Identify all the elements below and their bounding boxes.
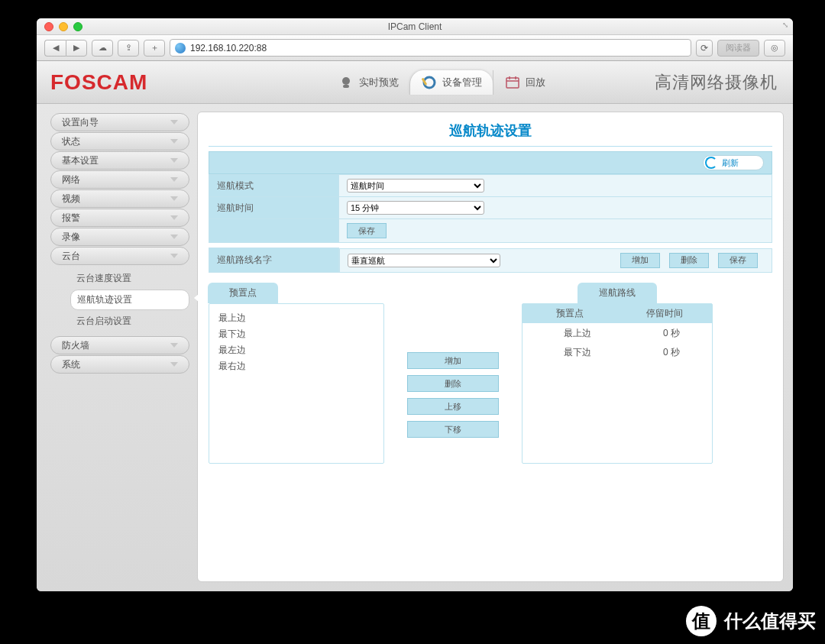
route-cell-stay: 0 秒 <box>632 325 710 342</box>
reload-button[interactable]: ⟳ <box>696 40 713 57</box>
route-panel: 预置点 停留时间 最上边0 秒 最下边0 秒 <box>522 303 713 464</box>
cruise-form: 巡航模式 巡航时间 巡航时间 15 分钟 保存 <box>209 174 772 243</box>
refresh-button[interactable]: 刷新 <box>703 155 764 170</box>
watermark-badge: 值 <box>686 606 717 636</box>
sub-item-speed[interactable]: 云台速度设置 <box>70 269 189 288</box>
route-cell-preset: 最下边 <box>524 344 631 361</box>
sidebar-item-video[interactable]: 视频 <box>50 189 189 208</box>
sidebar-item-system[interactable]: 系统 <box>50 355 189 374</box>
route-select[interactable]: 垂直巡航 <box>348 254 500 267</box>
gear-icon <box>421 75 438 90</box>
preset-item[interactable]: 最上边 <box>218 310 374 326</box>
add-preset-button[interactable]: 增加 <box>407 352 499 369</box>
refresh-bar: 刷新 <box>209 151 772 174</box>
nav-tabs: 实时预览 设备管理 回放 <box>327 70 556 95</box>
chevron-down-icon <box>170 196 178 201</box>
back-button[interactable]: ◀ <box>44 40 66 57</box>
share-button[interactable]: ⇪ <box>118 40 139 57</box>
tab-playback-label: 回放 <box>526 76 545 89</box>
route-row[interactable]: 最下边0 秒 <box>524 344 710 361</box>
add-button[interactable]: ＋ <box>144 40 165 57</box>
time-select[interactable]: 15 分钟 <box>347 201 484 215</box>
forward-button[interactable]: ▶ <box>66 40 87 57</box>
sidebar-item-network[interactable]: 网络 <box>50 170 189 189</box>
chevron-down-icon <box>170 254 178 258</box>
app-body: 设置向导 状态 基本设置 网络 视频 报警 录像 云台 云台速度设置 巡航轨迹设… <box>37 104 793 591</box>
ptz-sub-items: 云台速度设置 巡航轨迹设置 云台启动设置 <box>50 266 189 335</box>
sidebar-label: 基本设置 <box>62 154 99 167</box>
settings-button[interactable]: ◎ <box>764 40 785 57</box>
sidebar-label: 状态 <box>62 135 80 148</box>
time-label: 巡航时间 <box>209 197 339 219</box>
sidebar-label: 视频 <box>62 193 80 205</box>
mode-label: 巡航模式 <box>209 175 339 197</box>
tab-preview-label: 实时预览 <box>359 76 399 89</box>
chevron-down-icon <box>170 158 178 163</box>
sidebar-item-record[interactable]: 录像 <box>50 228 189 246</box>
preset-item[interactable]: 最右边 <box>218 358 374 374</box>
tab-playback[interactable]: 回放 <box>493 70 556 95</box>
svg-point-0 <box>342 77 350 85</box>
icloud-button[interactable]: ☁ <box>92 40 113 57</box>
col-stay: 停留时间 <box>617 304 712 323</box>
preset-panel-title: 预置点 <box>208 283 278 303</box>
tab-manage-label: 设备管理 <box>442 76 482 89</box>
route-delete-button[interactable]: 删除 <box>669 253 709 268</box>
sidebar-label: 录像 <box>62 231 80 244</box>
sidebar-item-status[interactable]: 状态 <box>50 132 189 150</box>
save-button[interactable]: 保存 <box>347 223 387 238</box>
logo: FOSCAM <box>50 70 147 95</box>
chevron-down-icon <box>170 235 178 239</box>
transfer-buttons: 增加 删除 上移 下移 <box>407 352 499 438</box>
delete-preset-button[interactable]: 删除 <box>407 375 499 392</box>
page-title: 巡航轨迹设置 <box>209 121 772 147</box>
mode-select[interactable]: 巡航时间 <box>347 179 484 193</box>
titlebar: IPCam Client ⤡ <box>37 18 793 35</box>
url-field[interactable]: 192.168.10.220:88 <box>170 39 691 57</box>
svg-rect-4 <box>506 78 519 88</box>
watermark-text: 什么值得买 <box>724 609 816 633</box>
sidebar-item-wizard[interactable]: 设置向导 <box>50 113 189 131</box>
route-cell-stay: 0 秒 <box>632 344 710 361</box>
route-label: 巡航路线名字 <box>209 248 339 273</box>
url-text: 192.168.10.220:88 <box>190 43 267 53</box>
reader-button[interactable]: 阅读器 <box>717 40 759 57</box>
chevron-down-icon <box>170 177 178 182</box>
sub-item-startup[interactable]: 云台启动设置 <box>70 312 189 331</box>
calendar-icon <box>504 75 521 90</box>
sidebar-item-alarm[interactable]: 报警 <box>50 209 189 227</box>
preset-item[interactable]: 最下边 <box>218 326 374 342</box>
move-up-button[interactable]: 上移 <box>407 398 499 415</box>
preset-item[interactable]: 最左边 <box>218 342 374 358</box>
sidebar-item-basic[interactable]: 基本设置 <box>50 151 189 170</box>
chevron-down-icon <box>170 343 178 348</box>
sidebar: 设置向导 状态 基本设置 网络 视频 报警 录像 云台 云台速度设置 巡航轨迹设… <box>37 104 197 591</box>
route-row[interactable]: 最上边0 秒 <box>524 325 710 342</box>
browser-window: IPCam Client ⤡ ◀ ▶ ☁ ⇪ ＋ 192.168.10.220:… <box>37 18 793 591</box>
preset-panel: 最上边 最下边 最左边 最右边 <box>209 303 384 464</box>
col-preset: 预置点 <box>522 304 617 323</box>
tab-manage[interactable]: 设备管理 <box>409 70 493 95</box>
chevron-down-icon <box>170 362 178 367</box>
tab-preview[interactable]: 实时预览 <box>327 70 409 95</box>
chevron-down-icon <box>170 139 178 144</box>
sidebar-label: 系统 <box>62 358 80 371</box>
route-add-button[interactable]: 增加 <box>620 253 660 268</box>
browser-toolbar: ◀ ▶ ☁ ⇪ ＋ 192.168.10.220:88 ⟳ 阅读器 ◎ <box>37 35 793 61</box>
chevron-down-icon <box>170 215 178 220</box>
nav-buttons: ◀ ▶ <box>44 40 87 57</box>
camera-icon <box>338 75 354 90</box>
route-save-button[interactable]: 保存 <box>718 253 758 268</box>
sidebar-label: 报警 <box>62 212 80 225</box>
route-cell-preset: 最上边 <box>524 325 631 342</box>
sub-item-cruise[interactable]: 巡航轨迹设置 <box>70 290 189 310</box>
preset-panel-wrap: 预置点 最上边 最下边 最左边 最右边 <box>209 283 384 464</box>
preset-list[interactable]: 最上边 最下边 最左边 最右边 <box>209 304 383 380</box>
svg-rect-1 <box>343 85 349 88</box>
sidebar-label: 云台 <box>62 250 80 263</box>
window-title: IPCam Client <box>37 21 793 32</box>
move-down-button[interactable]: 下移 <box>407 421 499 438</box>
save-row-label <box>209 219 339 243</box>
sidebar-item-firewall[interactable]: 防火墙 <box>50 336 189 354</box>
sidebar-item-ptz[interactable]: 云台 <box>50 247 189 265</box>
